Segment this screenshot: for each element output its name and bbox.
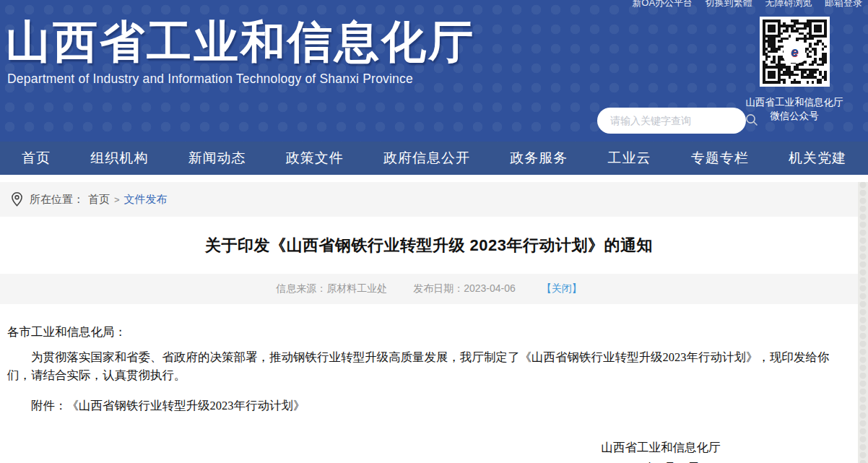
page-body: 所在位置： 首页 > 文件发布 关于印发《山西省钢铁行业转型升级 2023年行动…: [0, 182, 868, 463]
breadcrumb-label: 所在位置：: [30, 193, 84, 207]
nav-item-policy-docs[interactable]: 政策文件: [286, 149, 344, 168]
search-input[interactable]: [597, 115, 745, 126]
article-meta-bar: 信息来源：原材料工业处 发布日期：2023-04-06 【关闭】: [0, 274, 858, 304]
article-source: 信息来源：原材料工业处: [276, 282, 387, 295]
nav-item-organization[interactable]: 组织机构: [90, 149, 148, 168]
close-button[interactable]: 【关闭】: [542, 282, 582, 295]
top-link-accessibility[interactable]: 无障碍浏览: [765, 0, 812, 8]
article-attachment: 附件：《山西省钢铁行业转型升级2023年行动计划》: [7, 397, 851, 415]
top-link-traditional[interactable]: 切换到繁體: [706, 0, 752, 8]
nav-item-gov-services[interactable]: 政务服务: [510, 149, 568, 168]
signature-org: 山西省工业和信息化厅: [545, 438, 776, 458]
article-body: 各市工业和信息化局： 为贯彻落实国家和省委、省政府的决策部署，推动钢铁行业转型升…: [0, 304, 858, 463]
breadcrumb-home-link[interactable]: 首页: [88, 193, 110, 207]
breadcrumb-current-link[interactable]: 文件发布: [124, 193, 168, 207]
qr-caption-line2: 微信公众号: [744, 109, 845, 123]
article-paragraph: 为贯彻落实国家和省委、省政府的决策部署，推动钢铁行业转型升级高质量发展，我厅制定…: [7, 348, 851, 385]
wechat-qr-block: e 山西省工业和信息化厅 微信公众号: [744, 17, 845, 123]
qr-center-logo-icon: e: [785, 43, 804, 61]
signature-block: 山西省工业和信息化厅 2023年2月22日: [545, 438, 776, 463]
nav-item-party-building[interactable]: 机关党建: [789, 149, 846, 168]
article-publish-date: 发布日期：2023-04-06: [413, 282, 516, 295]
top-link-mail-login[interactable]: 邮箱登录: [825, 0, 862, 8]
search-box: [597, 108, 746, 134]
nav-item-special-topics[interactable]: 专题专栏: [691, 149, 749, 168]
location-pin-icon: [10, 191, 24, 207]
nav-item-news[interactable]: 新闻动态: [188, 149, 246, 168]
site-header: 新OA办公平台 切换到繁體 无障碍浏览 邮箱登录 山西省工业和信息化厅 Depa…: [0, 0, 868, 142]
nav-item-gov-info[interactable]: 政府信息公开: [383, 149, 470, 168]
signature-date: 2023年2月22日: [545, 458, 776, 463]
scrollbar[interactable]: [858, 182, 868, 463]
nav-item-industry-cloud[interactable]: 工业云: [608, 149, 651, 168]
breadcrumb-separator: >: [114, 194, 120, 205]
article-salutation: 各市工业和信息化局：: [7, 323, 851, 342]
qr-caption: 山西省工业和信息化厅 微信公众号: [744, 95, 845, 123]
breadcrumb: 所在位置： 首页 > 文件发布: [0, 182, 858, 217]
article-title: 关于印发《山西省钢铁行业转型升级 2023年行动计划》的通知: [0, 217, 858, 274]
qr-caption-line1: 山西省工业和信息化厅: [744, 95, 845, 109]
site-title: 山西省工业和信息化厅: [6, 16, 868, 67]
top-link-oa[interactable]: 新OA办公平台: [632, 0, 693, 8]
main-nav: 首页 组织机构 新闻动态 政策文件 政府信息公开 政务服务 工业云 专题专栏 机…: [0, 142, 868, 175]
site-subtitle-en: Department of Industry and Information T…: [7, 72, 868, 87]
qr-code: e: [760, 17, 830, 87]
nav-item-home[interactable]: 首页: [22, 149, 51, 168]
top-utility-links: 新OA办公平台 切换到繁體 无障碍浏览 邮箱登录: [622, 0, 862, 9]
